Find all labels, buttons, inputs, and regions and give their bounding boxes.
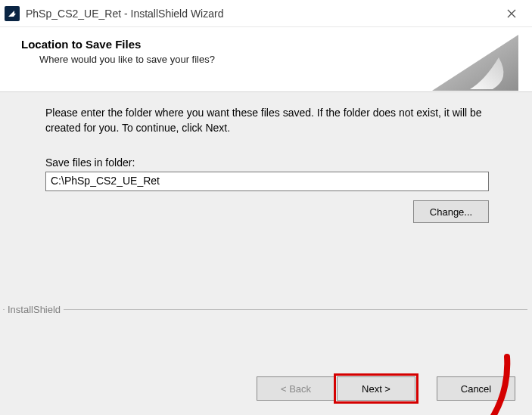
footer-frame: InstallShield	[3, 309, 527, 362]
nav-button-pair: < Back Next >	[257, 376, 415, 401]
next-button[interactable]: Next >	[337, 376, 415, 401]
cancel-button[interactable]: Cancel	[437, 376, 515, 401]
change-button[interactable]: Change...	[413, 200, 489, 223]
button-bar: < Back Next > Cancel	[0, 362, 532, 415]
close-icon[interactable]	[494, 0, 529, 27]
page-curl-icon	[432, 35, 518, 91]
wizard-window: PhSp_CS2_UE_Ret - InstallShield Wizard L…	[0, 0, 532, 415]
folder-field-label: Save files in folder:	[45, 156, 487, 169]
folder-path-display: C:\PhSp_CS2_UE_Ret	[45, 172, 489, 191]
svg-marker-1	[432, 35, 518, 91]
header-subtitle: Where would you like to save your files?	[21, 54, 432, 65]
installshield-icon	[5, 6, 20, 21]
instruction-text: Please enter the folder where you want t…	[45, 106, 487, 135]
content-panel: Please enter the folder where you want t…	[0, 92, 532, 362]
window-title: PhSp_CS2_UE_Ret - InstallShield Wizard	[26, 8, 488, 20]
header-band: Location to Save Files Where would you l…	[0, 27, 532, 92]
back-button: < Back	[257, 376, 335, 401]
title-bar: PhSp_CS2_UE_Ret - InstallShield Wizard	[0, 0, 532, 27]
installshield-brand: InstallShield	[5, 304, 64, 315]
header-text: Location to Save Files Where would you l…	[21, 38, 432, 65]
header-title: Location to Save Files	[21, 38, 432, 51]
